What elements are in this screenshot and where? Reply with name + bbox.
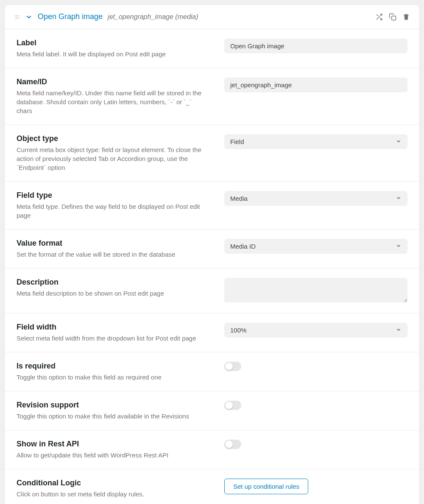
field-type-desc: Meta field type. Defines the way field t… (17, 202, 207, 220)
row-show-rest: Show in Rest API Allow to get/update thi… (5, 430, 419, 469)
panel-actions (375, 13, 410, 21)
row-description: Description Meta field description to be… (5, 269, 419, 313)
panel-header: Open Graph image jet_opengraph_image (me… (5, 5, 419, 29)
row-name-id: Name/ID Meta field name/key/ID. Under th… (5, 68, 419, 125)
row-label: Label Meta field label. It will be displ… (5, 29, 419, 68)
trash-icon[interactable] (402, 13, 410, 21)
conditional-desc: Click on button to set meta field displa… (17, 490, 207, 498)
is-required-desc: Toggle this option to make this field as… (17, 373, 207, 382)
field-width-title: Field width (17, 323, 207, 332)
is-required-title: Is required (17, 362, 207, 371)
value-format-title: Value format (17, 239, 207, 248)
meta-field-panel: Open Graph image jet_opengraph_image (me… (4, 4, 420, 504)
panel-subtitle: jet_opengraph_image (media) (108, 13, 198, 21)
show-rest-toggle[interactable] (224, 440, 241, 449)
shuffle-icon[interactable] (375, 13, 383, 21)
description-desc: Meta field description to be shown on Po… (17, 289, 207, 298)
row-field-width: Field width Select meta field width from… (5, 313, 419, 352)
copy-icon[interactable] (389, 13, 396, 21)
conditional-rules-button[interactable]: Set up conditional rules (224, 479, 308, 494)
value-format-select[interactable]: Media ID (224, 239, 407, 254)
revision-desc: Toggle this option to make this field av… (17, 412, 207, 421)
row-field-type: Field type Meta field type. Defines the … (5, 182, 419, 230)
label-desc: Meta field label. It will be displayed o… (17, 50, 207, 58)
description-title: Description (17, 278, 207, 287)
field-type-select[interactable]: Media (224, 191, 407, 206)
revision-toggle[interactable] (224, 401, 241, 410)
label-input[interactable] (224, 39, 407, 53)
field-width-select[interactable]: 100% (224, 323, 407, 338)
name-id-desc: Meta field name/key/ID. Under this name … (17, 89, 207, 115)
revision-title: Revision support (17, 401, 207, 410)
name-id-input[interactable] (224, 78, 407, 92)
field-width-desc: Select meta field width from the dropdow… (17, 334, 207, 343)
row-value-format: Value format Set the format of the value… (5, 230, 419, 269)
object-type-desc: Current meta box object type: field or l… (17, 145, 207, 172)
is-required-toggle[interactable] (224, 362, 241, 371)
object-type-title: Object type (17, 134, 207, 143)
object-type-select[interactable]: Field (224, 134, 407, 149)
row-revision-support: Revision support Toggle this option to m… (5, 391, 419, 430)
field-type-title: Field type (17, 191, 207, 200)
show-rest-title: Show in Rest API (17, 440, 207, 449)
value-format-desc: Set the format of the value will be stor… (17, 250, 207, 259)
row-conditional: Conditional Logic Click on button to set… (5, 469, 419, 504)
row-is-required: Is required Toggle this option to make t… (5, 352, 419, 391)
drag-handle-icon[interactable] (14, 14, 20, 20)
label-title: Label (17, 39, 207, 47)
row-object-type: Object type Current meta box object type… (5, 125, 419, 182)
svg-line-5 (377, 14, 378, 16)
show-rest-desc: Allow to get/update this field with Word… (17, 451, 207, 460)
conditional-title: Conditional Logic (17, 479, 207, 487)
svg-rect-6 (392, 16, 396, 20)
description-textarea[interactable] (224, 278, 407, 302)
collapse-toggle-icon[interactable] (25, 13, 33, 21)
panel-title: Open Graph image (38, 12, 103, 21)
name-id-title: Name/ID (17, 78, 207, 86)
